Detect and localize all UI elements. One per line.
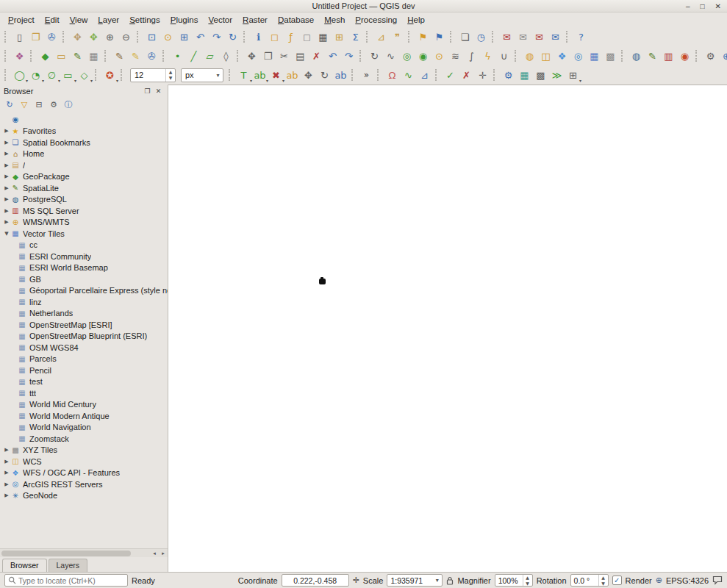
- add-spatialite-layer-icon[interactable]: ✎: [645, 49, 660, 64]
- move-label-icon[interactable]: ✥: [301, 68, 316, 83]
- font-size-up-icon[interactable]: ▲: [166, 69, 175, 76]
- menu-vector[interactable]: Vector: [203, 14, 237, 26]
- tree-item-world-modern-antique[interactable]: ▦World Modern Antique: [0, 410, 168, 422]
- menu-help[interactable]: Help: [402, 14, 430, 26]
- tree-item-g-oportail-parcellaire-express-style-noir[interactable]: ▦Géoportail Parcellaire Express (style n…: [0, 285, 168, 297]
- refresh-map-icon[interactable]: ↻: [225, 29, 240, 45]
- tree-item-wfs-ogc-api-features[interactable]: ▶❖WFS / OGC API - Features: [0, 467, 168, 479]
- tree-item-gb[interactable]: ▦GB: [0, 273, 168, 285]
- toolbar-handle[interactable]: [162, 50, 166, 62]
- tree-item-postgresql[interactable]: ▶◍PostgreSQL: [0, 194, 168, 206]
- scroll-left-icon[interactable]: ◂: [150, 551, 159, 556]
- toolbar-handle[interactable]: [408, 31, 412, 43]
- info-icon[interactable]: ⓘ: [62, 98, 74, 110]
- toolbar-handle[interactable]: [4, 69, 8, 81]
- plugin-icon-4-icon[interactable]: ✉: [548, 29, 563, 45]
- toolbar-handle[interactable]: [366, 31, 370, 43]
- tree-item-esri-community[interactable]: ▦ESRI Community: [0, 251, 168, 262]
- expand-arrow-icon[interactable]: ▶: [3, 140, 10, 146]
- snapping-options-icon[interactable]: Ω: [384, 68, 400, 83]
- tree-item-home[interactable]: ▶⌂Home: [0, 148, 168, 160]
- toolbar-handle[interactable]: [237, 50, 240, 62]
- add-ring-icon[interactable]: ◎: [399, 49, 415, 64]
- panel-close-icon[interactable]: ✕: [153, 87, 164, 95]
- tree-item-cc[interactable]: ▦cc: [0, 240, 168, 251]
- toolbar-handle[interactable]: [492, 31, 495, 43]
- zoom-to-selection-icon[interactable]: ⊙: [160, 29, 176, 45]
- reshape-features-icon[interactable]: ∫: [464, 49, 479, 64]
- filter-browser-icon[interactable]: ▽: [18, 98, 30, 110]
- fill-ring-icon[interactable]: ⊙: [431, 49, 447, 64]
- tree-item-openstreetmap-blueprint-esri[interactable]: ▦OpenStreetMap Blueprint (ESRI): [0, 331, 168, 343]
- tree-item-geonode[interactable]: ▶✳GeoNode: [0, 490, 168, 502]
- new-project-icon[interactable]: ▯: [12, 29, 27, 45]
- copy-features-icon[interactable]: ❐: [260, 49, 276, 64]
- maximize-button[interactable]: □: [701, 2, 705, 10]
- expand-arrow-icon[interactable]: ▶: [3, 196, 10, 202]
- expand-arrow-icon[interactable]: ▶: [3, 185, 10, 191]
- topology-checker-icon[interactable]: ✓: [443, 68, 458, 83]
- tree-item-blank[interactable]: ▶▤/: [0, 159, 168, 171]
- toolbar-handle[interactable]: [229, 69, 232, 81]
- tree-item-spatial-bookmarks[interactable]: ▶❏Spatial Bookmarks: [0, 137, 168, 148]
- toolbar-handle[interactable]: [515, 50, 518, 62]
- field-calculator-icon[interactable]: ⊞: [332, 29, 347, 45]
- expand-arrow-icon[interactable]: ▶: [3, 162, 10, 168]
- zoom-out-icon[interactable]: ⊖: [118, 29, 134, 45]
- tree-item-world-navigation[interactable]: ▦World Navigation: [0, 422, 168, 434]
- new-shapefile-layer-icon[interactable]: ▭: [54, 49, 69, 64]
- add-mssql-layer-icon[interactable]: ▥: [661, 49, 676, 64]
- toolbar-handle[interactable]: [243, 31, 247, 43]
- expand-arrow-icon[interactable]: ▶: [3, 492, 10, 498]
- add-line-feature-icon[interactable]: ╱: [186, 49, 201, 64]
- toolbar-handle[interactable]: [104, 50, 108, 62]
- toolbar-handle[interactable]: [4, 31, 8, 43]
- tree-item-parcels[interactable]: ▦Parcels: [0, 354, 168, 365]
- redo-icon[interactable]: ↷: [341, 49, 357, 64]
- add-xyz-layer-icon[interactable]: ▩: [603, 49, 618, 64]
- minimize-button[interactable]: –: [686, 2, 690, 10]
- plugin-icon-2-icon[interactable]: ✉: [515, 29, 531, 45]
- toolbar-handle[interactable]: [30, 50, 34, 62]
- extents-toggle-icon[interactable]: ✛: [353, 576, 359, 585]
- toolbar-handle[interactable]: [621, 50, 625, 62]
- menu-layer[interactable]: Layer: [93, 14, 124, 26]
- toolbar-handle[interactable]: [4, 50, 8, 62]
- expand-arrow-icon[interactable]: ▶: [3, 459, 10, 465]
- toolbar-handle[interactable]: [351, 69, 355, 81]
- menu-edit[interactable]: Edit: [40, 14, 65, 26]
- change-label-properties-icon[interactable]: ab: [333, 68, 348, 83]
- add-wms-layer-icon[interactable]: ◍: [522, 49, 537, 64]
- expand-arrow-icon[interactable]: ▶: [3, 173, 10, 179]
- expand-arrow-icon[interactable]: ▼: [3, 231, 10, 237]
- toolbar-handle[interactable]: [359, 50, 363, 62]
- toolbar-handle[interactable]: [95, 69, 99, 81]
- expand-arrow-icon[interactable]: ▶: [3, 208, 10, 214]
- deselect-all-icon[interactable]: ◻: [299, 29, 315, 45]
- properties-widget-icon[interactable]: ⚙: [48, 98, 60, 110]
- rotation-steppers[interactable]: ▲▼: [598, 575, 608, 586]
- close-button[interactable]: ✕: [715, 2, 721, 10]
- select-features-icon[interactable]: ◻: [267, 29, 282, 45]
- add-wcs-layer-icon[interactable]: ◫: [538, 49, 554, 64]
- panel-tab-browser[interactable]: Browser: [2, 559, 47, 572]
- text-format-icon[interactable]: T▾: [236, 68, 251, 83]
- add-polygon-feature-icon[interactable]: ▱: [202, 49, 218, 64]
- menu-settings[interactable]: Settings: [124, 14, 165, 26]
- tree-item-wms-wmts[interactable]: ▶⊕WMS/WMTS: [0, 217, 168, 229]
- rotation-spinbox[interactable]: 0.0 ° ▲▼: [570, 574, 609, 587]
- tree-item-arcgis-rest-servers[interactable]: ▶◎ArcGIS REST Servers: [0, 478, 168, 490]
- toolbar-overflow-icon[interactable]: »: [359, 68, 374, 83]
- raster-calculator-icon[interactable]: ▩: [533, 68, 548, 83]
- toolbar-handle[interactable]: [566, 31, 570, 43]
- regular-polygon-icon[interactable]: ◇▾: [76, 68, 92, 83]
- zoom-next-icon[interactable]: ↷: [209, 29, 224, 45]
- menu-raster[interactable]: Raster: [237, 14, 273, 26]
- geometry-checker-icon[interactable]: ✗: [459, 68, 474, 83]
- new-virtual-layer-icon[interactable]: ▦: [86, 49, 101, 64]
- tree-item-xyz-tiles[interactable]: ▶▩XYZ Tiles: [0, 445, 168, 456]
- identify-features-icon[interactable]: ℹ: [251, 29, 266, 45]
- panel-tab-layers[interactable]: Layers: [49, 559, 88, 572]
- render-checkbox[interactable]: ✓: [612, 576, 622, 585]
- expand-arrow-icon[interactable]: ▶: [3, 447, 10, 453]
